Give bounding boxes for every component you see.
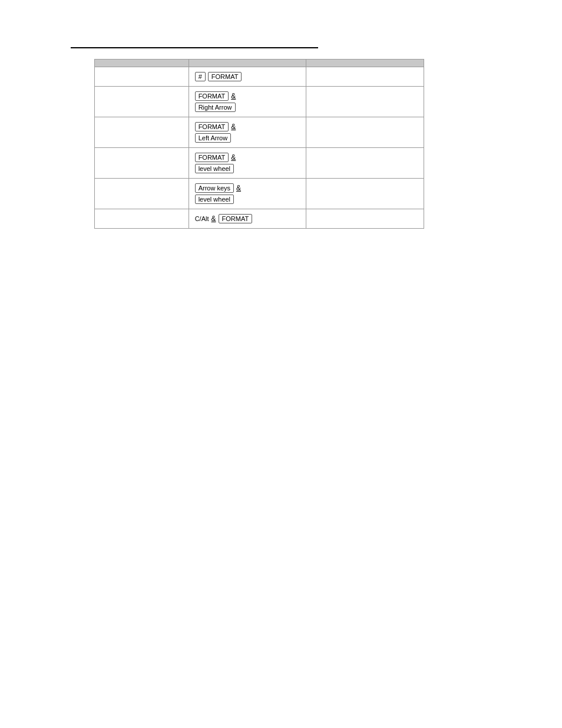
row5-col1 [95,179,189,209]
row6-col2: C/Alt & FORMAT [189,209,306,229]
key-format: FORMAT [195,122,229,131]
header-col3 [306,60,424,67]
key-hash: # [195,72,206,81]
row6-col1 [95,209,189,229]
key-combo-row: Arrow keys & [195,183,300,193]
row2-col1 [95,87,189,117]
row3-col2: FORMAT & Left Arrow [189,117,306,148]
key-level-wheel: level wheel [195,164,234,173]
table-header-row [95,60,424,67]
row4-col1 [95,148,189,179]
shortcut-table: # FORMAT FORMAT & Rig [94,59,424,229]
key-format: FORMAT [219,214,253,223]
page-container: # FORMAT FORMAT & Rig [0,0,562,252]
row6-col3 [306,209,424,229]
key-combo-row2: level wheel [195,164,300,173]
row3-col1 [95,117,189,148]
key-format: FORMAT [208,72,242,81]
key-combo-row2: level wheel [195,195,300,204]
row3-col3 [306,117,424,148]
key-combo-row: # FORMAT [195,72,300,81]
table-row: FORMAT & level wheel [95,148,424,179]
key-combo-row2: Right Arrow [195,103,300,112]
table-row: FORMAT & Right Arrow [95,87,424,117]
key-calt-text: C/Alt [195,215,209,222]
key-combo-row: FORMAT & [195,153,300,162]
row1-col3 [306,67,424,87]
key-combo-row2: Left Arrow [195,133,300,143]
key-combo-row: FORMAT & [195,122,300,131]
ampersand: & [231,153,236,162]
row1-col1 [95,67,189,87]
key-level-wheel: level wheel [195,195,234,204]
section-divider [71,47,318,48]
table-row: # FORMAT [95,67,424,87]
table-row: Arrow keys & level wheel [95,179,424,209]
key-combo-row: FORMAT & [195,91,300,101]
key-right-arrow: Right Arrow [195,103,236,112]
row1-col2: # FORMAT [189,67,306,87]
key-combo-row: C/Alt & FORMAT [195,214,300,223]
row5-col2: Arrow keys & level wheel [189,179,306,209]
key-left-arrow: Left Arrow [195,133,232,143]
key-format: FORMAT [195,153,229,162]
row2-col2: FORMAT & Right Arrow [189,87,306,117]
key-format: FORMAT [195,91,229,101]
ampersand: & [231,123,236,131]
ampersand: & [231,92,236,100]
table-row: FORMAT & Left Arrow [95,117,424,148]
header-col1 [95,60,189,67]
row4-col2: FORMAT & level wheel [189,148,306,179]
row5-col3 [306,179,424,209]
ampersand: & [211,215,216,223]
key-arrow-keys: Arrow keys [195,183,234,193]
table-wrapper: # FORMAT FORMAT & Rig [71,59,491,229]
header-col2 [189,60,306,67]
table-row: C/Alt & FORMAT [95,209,424,229]
row4-col3 [306,148,424,179]
ampersand: & [236,184,241,192]
row2-col3 [306,87,424,117]
